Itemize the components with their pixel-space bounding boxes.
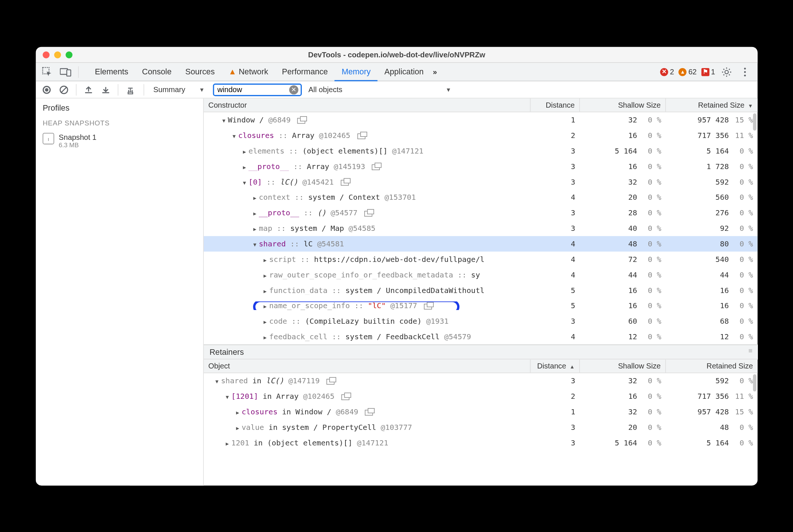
disclosure-triangle-icon[interactable] [252, 239, 258, 248]
table-row[interactable]: value in system / PropertyCell @10377732… [203, 420, 757, 435]
disclosure-triangle-icon[interactable] [234, 423, 240, 431]
table-row[interactable]: shared :: lC @545814480 %800 % [203, 236, 757, 252]
device-toolbar-icon[interactable] [57, 64, 73, 80]
table-row[interactable]: raw_outer_scope_info_or_feedback_metadat… [203, 267, 757, 282]
disclosure-triangle-icon[interactable] [262, 286, 268, 294]
distance-cell: 3 [530, 178, 580, 186]
warnings-badge[interactable]: ▲ 62 [678, 67, 696, 76]
clear-button[interactable] [56, 82, 71, 97]
table-row[interactable]: name_or_scope_info :: "lC" @15177 5160 %… [203, 298, 757, 313]
load-profile-icon[interactable] [81, 82, 96, 97]
col-object[interactable]: Object [203, 359, 530, 373]
col-shallow[interactable]: Shallow Size [580, 359, 666, 373]
gc-button-icon[interactable] [123, 82, 138, 97]
issue-icon: ⚑ [701, 68, 709, 76]
disclosure-triangle-icon[interactable] [262, 255, 268, 263]
distance-cell: 3 [530, 224, 580, 232]
disclosure-triangle-icon[interactable] [214, 376, 220, 385]
issues-badge[interactable]: ⚑ 1 [701, 67, 715, 76]
disclosure-triangle-icon[interactable] [252, 224, 258, 232]
row-label: code :: (CompileLazy builtin code) @1931 [269, 317, 448, 325]
table-row[interactable]: code :: (CompileLazy builtin code) @1931… [203, 313, 757, 329]
view-dropdown[interactable]: Summary ▼ [153, 85, 209, 94]
retained-cell: 5920 % [666, 376, 757, 385]
disclosure-triangle-icon[interactable] [221, 115, 226, 124]
table-row[interactable]: closures :: Array @102465 2160 %717 3561… [203, 128, 757, 143]
table-row[interactable]: feedback_cell :: system / FeedbackCell @… [203, 329, 757, 344]
objects-filter-dropdown[interactable]: All objects ▼ [308, 85, 451, 94]
disclosure-triangle-icon[interactable] [234, 407, 240, 416]
disclosure-triangle-icon[interactable] [252, 208, 258, 217]
chevron-down-icon: ▼ [445, 86, 451, 92]
table-row[interactable]: 1201 in (object elements)[] @14712135 16… [203, 435, 757, 450]
issues-count: 1 [711, 67, 715, 76]
zoom-window-button[interactable] [65, 51, 72, 58]
disclosure-triangle-icon[interactable] [262, 270, 268, 279]
table-row[interactable]: elements :: (object elements)[] @1471213… [203, 143, 757, 159]
separator [78, 66, 79, 77]
distance-cell: 3 [530, 317, 580, 325]
table-row[interactable]: map :: system / Map @545853400 %920 % [203, 220, 757, 236]
distance-cell: 3 [530, 147, 580, 155]
minimize-window-button[interactable] [54, 51, 61, 58]
retained-cell: 920 % [666, 224, 757, 232]
retainers-grid[interactable]: shared in lC() @147119 3320 %5920 % [120… [203, 373, 757, 485]
distance-cell: 3 [530, 423, 580, 431]
class-filter-input[interactable] [217, 85, 289, 94]
col-distance[interactable]: Distance [530, 359, 580, 373]
more-icon[interactable] [738, 65, 752, 78]
table-row[interactable]: [1201] in Array @102465 2160 %717 35611 … [203, 388, 757, 404]
disclosure-triangle-icon[interactable] [224, 392, 230, 400]
col-retained[interactable]: Retained Size [666, 359, 757, 373]
snapshot-item[interactable]: Snapshot 1 6.3 MB [36, 129, 203, 151]
tab-performance[interactable]: Performance [275, 63, 334, 81]
col-retained[interactable]: Retained Size [666, 98, 757, 112]
disclosure-triangle-icon[interactable] [262, 301, 268, 310]
clear-filter-icon[interactable]: ✕ [289, 85, 298, 94]
disclosure-triangle-icon[interactable] [242, 162, 247, 171]
scrollbar[interactable] [753, 374, 756, 391]
shallow-cell: 200 % [580, 193, 666, 201]
col-constructor[interactable]: Constructor [203, 98, 530, 112]
table-row[interactable]: context :: system / Context @1537014200 … [203, 189, 757, 205]
constructors-grid[interactable]: Window / @6849 1320 %957 42815 % closure… [203, 112, 757, 344]
retainers-header[interactable]: Retainers ≡ [203, 344, 757, 359]
save-profile-icon[interactable] [98, 82, 113, 97]
disclosure-triangle-icon[interactable] [242, 178, 247, 186]
record-button[interactable] [39, 82, 54, 97]
tab-console[interactable]: Console [135, 63, 178, 81]
objects-filter-label: All objects [308, 85, 342, 94]
col-distance[interactable]: Distance [530, 98, 580, 112]
disclosure-triangle-icon[interactable] [231, 131, 237, 139]
distance-cell: 4 [530, 193, 580, 201]
tab-sources[interactable]: Sources [178, 63, 222, 81]
table-row[interactable]: Window / @6849 1320 %957 42815 % [203, 112, 757, 128]
scrollbar[interactable] [753, 113, 756, 131]
table-row[interactable]: function_data :: system / UncompiledData… [203, 282, 757, 298]
settings-icon[interactable] [719, 65, 733, 78]
disclosure-triangle-icon[interactable] [262, 332, 268, 341]
table-row[interactable]: [0] :: lC() @145421 3320 %5920 % [203, 174, 757, 189]
svg-line-10 [61, 87, 67, 92]
table-row[interactable]: __proto__ :: Array @145193 3160 %1 7280 … [203, 158, 757, 174]
disclosure-triangle-icon[interactable] [242, 147, 247, 155]
disclosure-triangle-icon[interactable] [252, 193, 258, 201]
table-row[interactable]: closures in Window / @6849 1320 %957 428… [203, 404, 757, 420]
tab-elements[interactable]: Elements [88, 63, 135, 81]
tabs-overflow-button[interactable]: » [433, 67, 437, 76]
close-window-button[interactable] [43, 51, 50, 58]
tab-application[interactable]: Application [377, 63, 430, 81]
disclosure-triangle-icon[interactable] [262, 317, 268, 325]
table-row[interactable]: script :: https://cdpn.io/web-dot-dev/fu… [203, 251, 757, 267]
table-row[interactable]: __proto__ :: () @54577 3280 %2760 % [203, 205, 757, 220]
col-shallow[interactable]: Shallow Size [580, 98, 666, 112]
table-row[interactable]: shared in lC() @147119 3320 %5920 % [203, 373, 757, 388]
tab-network[interactable]: ▲ Network [222, 63, 275, 81]
errors-badge[interactable]: ✕ 2 [660, 67, 674, 76]
shallow-cell: 5 1640 % [580, 438, 666, 447]
drag-handle-icon[interactable]: ≡ [748, 347, 753, 355]
tab-memory[interactable]: Memory [335, 63, 378, 81]
inspect-element-icon[interactable] [39, 64, 55, 80]
disclosure-triangle-icon[interactable] [224, 438, 230, 447]
separator [144, 84, 144, 95]
